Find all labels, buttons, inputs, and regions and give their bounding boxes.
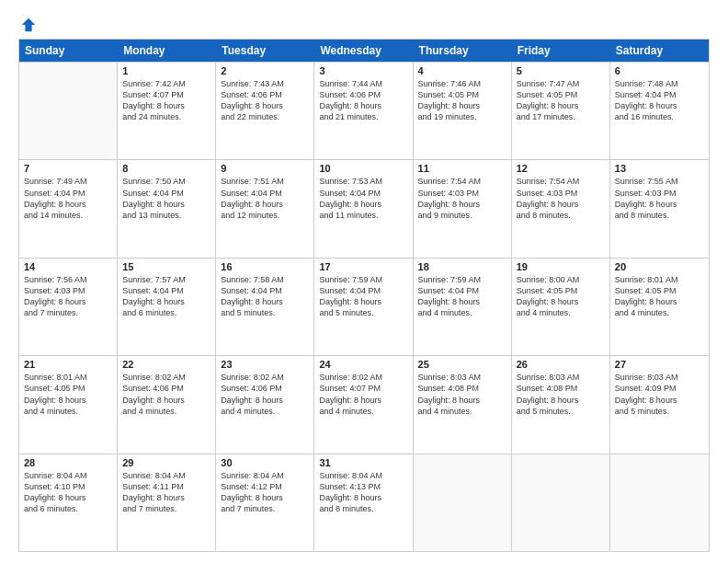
calendar-body: 1Sunrise: 7:42 AM Sunset: 4:07 PM Daylig… xyxy=(19,62,709,551)
day-cell-26: 26Sunrise: 8:03 AM Sunset: 4:08 PM Dayli… xyxy=(512,356,610,453)
day-cell-11: 11Sunrise: 7:54 AM Sunset: 4:03 PM Dayli… xyxy=(414,160,512,257)
cell-info: Sunrise: 7:49 AM Sunset: 4:04 PM Dayligh… xyxy=(24,176,112,221)
cell-info: Sunrise: 8:01 AM Sunset: 4:05 PM Dayligh… xyxy=(615,274,704,319)
day-number: 27 xyxy=(615,359,704,370)
day-cell-12: 12Sunrise: 7:54 AM Sunset: 4:03 PM Dayli… xyxy=(512,160,610,257)
page: SundayMondayTuesdayWednesdayThursdayFrid… xyxy=(0,0,728,563)
day-cell-2: 2Sunrise: 7:43 AM Sunset: 4:06 PM Daylig… xyxy=(216,63,314,159)
day-cell-4: 4Sunrise: 7:46 AM Sunset: 4:05 PM Daylig… xyxy=(414,63,512,159)
week-row-3: 21Sunrise: 8:01 AM Sunset: 4:05 PM Dayli… xyxy=(19,355,709,453)
day-number: 22 xyxy=(122,359,210,370)
header-day-wednesday: Wednesday xyxy=(314,40,413,62)
cell-info: Sunrise: 8:02 AM Sunset: 4:07 PM Dayligh… xyxy=(319,372,407,417)
cell-info: Sunrise: 8:01 AM Sunset: 4:05 PM Dayligh… xyxy=(24,372,112,417)
day-cell-17: 17Sunrise: 7:59 AM Sunset: 4:04 PM Dayli… xyxy=(314,259,413,355)
cell-info: Sunrise: 7:44 AM Sunset: 4:06 PM Dayligh… xyxy=(319,78,407,123)
day-cell-10: 10Sunrise: 7:53 AM Sunset: 4:04 PM Dayli… xyxy=(314,160,413,257)
day-cell-16: 16Sunrise: 7:58 AM Sunset: 4:04 PM Dayli… xyxy=(216,259,314,355)
day-number: 2 xyxy=(221,65,309,76)
header-day-saturday: Saturday xyxy=(610,40,709,62)
day-number: 6 xyxy=(615,65,704,76)
day-number: 24 xyxy=(319,359,407,370)
day-cell-6: 6Sunrise: 7:48 AM Sunset: 4:04 PM Daylig… xyxy=(610,63,709,159)
cell-info: Sunrise: 7:48 AM Sunset: 4:04 PM Dayligh… xyxy=(615,78,704,123)
header-day-sunday: Sunday xyxy=(19,40,118,62)
day-number: 16 xyxy=(221,261,309,272)
day-cell-15: 15Sunrise: 7:57 AM Sunset: 4:04 PM Dayli… xyxy=(118,259,216,355)
day-number: 23 xyxy=(221,359,309,370)
cell-info: Sunrise: 7:55 AM Sunset: 4:03 PM Dayligh… xyxy=(615,176,704,221)
empty-cell xyxy=(19,63,118,159)
calendar-header: SundayMondayTuesdayWednesdayThursdayFrid… xyxy=(19,40,709,62)
day-cell-25: 25Sunrise: 8:03 AM Sunset: 4:08 PM Dayli… xyxy=(414,356,512,453)
header-day-friday: Friday xyxy=(512,40,610,62)
day-number: 26 xyxy=(517,359,605,370)
day-number: 8 xyxy=(122,163,210,174)
day-cell-22: 22Sunrise: 8:02 AM Sunset: 4:06 PM Dayli… xyxy=(118,356,216,453)
cell-info: Sunrise: 7:50 AM Sunset: 4:04 PM Dayligh… xyxy=(122,176,210,221)
header-day-tuesday: Tuesday xyxy=(216,40,314,62)
day-cell-27: 27Sunrise: 8:03 AM Sunset: 4:09 PM Dayli… xyxy=(610,356,709,453)
day-cell-13: 13Sunrise: 7:55 AM Sunset: 4:03 PM Dayli… xyxy=(610,160,709,257)
day-number: 19 xyxy=(517,261,605,272)
day-cell-29: 29Sunrise: 8:04 AM Sunset: 4:11 PM Dayli… xyxy=(118,454,216,551)
day-cell-8: 8Sunrise: 7:50 AM Sunset: 4:04 PM Daylig… xyxy=(118,160,216,257)
header-day-monday: Monday xyxy=(118,40,216,62)
day-number: 1 xyxy=(122,65,210,76)
day-number: 15 xyxy=(122,261,210,272)
day-number: 14 xyxy=(24,261,112,272)
day-cell-28: 28Sunrise: 8:04 AM Sunset: 4:10 PM Dayli… xyxy=(19,454,118,551)
day-number: 20 xyxy=(615,261,704,272)
logo xyxy=(18,17,37,33)
header xyxy=(18,17,710,33)
calendar: SundayMondayTuesdayWednesdayThursdayFrid… xyxy=(18,39,710,552)
cell-info: Sunrise: 7:51 AM Sunset: 4:04 PM Dayligh… xyxy=(221,176,309,221)
day-number: 9 xyxy=(221,163,309,174)
day-cell-20: 20Sunrise: 8:01 AM Sunset: 4:05 PM Dayli… xyxy=(610,259,709,355)
day-number: 5 xyxy=(517,65,605,76)
day-cell-5: 5Sunrise: 7:47 AM Sunset: 4:05 PM Daylig… xyxy=(512,63,610,159)
svg-marker-0 xyxy=(22,18,35,31)
cell-info: Sunrise: 7:59 AM Sunset: 4:04 PM Dayligh… xyxy=(319,274,407,319)
week-row-2: 14Sunrise: 7:56 AM Sunset: 4:03 PM Dayli… xyxy=(19,258,709,355)
cell-info: Sunrise: 8:04 AM Sunset: 4:12 PM Dayligh… xyxy=(221,470,309,515)
day-cell-21: 21Sunrise: 8:01 AM Sunset: 4:05 PM Dayli… xyxy=(19,356,118,453)
day-cell-23: 23Sunrise: 8:02 AM Sunset: 4:06 PM Dayli… xyxy=(216,356,314,453)
cell-info: Sunrise: 7:43 AM Sunset: 4:06 PM Dayligh… xyxy=(221,78,309,123)
day-number: 18 xyxy=(418,261,506,272)
day-cell-14: 14Sunrise: 7:56 AM Sunset: 4:03 PM Dayli… xyxy=(19,259,118,355)
cell-info: Sunrise: 7:47 AM Sunset: 4:05 PM Dayligh… xyxy=(517,78,605,123)
day-number: 10 xyxy=(319,163,407,174)
cell-info: Sunrise: 8:03 AM Sunset: 4:08 PM Dayligh… xyxy=(418,372,506,417)
day-number: 13 xyxy=(615,163,704,174)
day-number: 29 xyxy=(122,457,210,468)
cell-info: Sunrise: 7:57 AM Sunset: 4:04 PM Dayligh… xyxy=(122,274,210,319)
day-number: 4 xyxy=(418,65,506,76)
header-day-thursday: Thursday xyxy=(414,40,512,62)
day-number: 7 xyxy=(24,163,112,174)
day-number: 17 xyxy=(319,261,407,272)
cell-info: Sunrise: 8:02 AM Sunset: 4:06 PM Dayligh… xyxy=(221,372,309,417)
day-number: 28 xyxy=(24,457,112,468)
cell-info: Sunrise: 7:58 AM Sunset: 4:04 PM Dayligh… xyxy=(221,274,309,319)
cell-info: Sunrise: 7:56 AM Sunset: 4:03 PM Dayligh… xyxy=(24,274,112,319)
cell-info: Sunrise: 8:04 AM Sunset: 4:11 PM Dayligh… xyxy=(122,470,210,515)
empty-cell xyxy=(512,454,610,551)
week-row-1: 7Sunrise: 7:49 AM Sunset: 4:04 PM Daylig… xyxy=(19,159,709,257)
day-cell-3: 3Sunrise: 7:44 AM Sunset: 4:06 PM Daylig… xyxy=(314,63,413,159)
day-number: 21 xyxy=(24,359,112,370)
cell-info: Sunrise: 8:04 AM Sunset: 4:10 PM Dayligh… xyxy=(24,470,112,515)
day-number: 11 xyxy=(418,163,506,174)
day-cell-19: 19Sunrise: 8:00 AM Sunset: 4:05 PM Dayli… xyxy=(512,259,610,355)
cell-info: Sunrise: 8:03 AM Sunset: 4:09 PM Dayligh… xyxy=(615,372,704,417)
day-number: 12 xyxy=(517,163,605,174)
cell-info: Sunrise: 7:54 AM Sunset: 4:03 PM Dayligh… xyxy=(418,176,506,221)
cell-info: Sunrise: 8:04 AM Sunset: 4:13 PM Dayligh… xyxy=(319,470,407,515)
cell-info: Sunrise: 7:42 AM Sunset: 4:07 PM Dayligh… xyxy=(122,78,210,123)
week-row-0: 1Sunrise: 7:42 AM Sunset: 4:07 PM Daylig… xyxy=(19,62,709,159)
day-number: 25 xyxy=(418,359,506,370)
week-row-4: 28Sunrise: 8:04 AM Sunset: 4:10 PM Dayli… xyxy=(19,454,709,551)
day-cell-7: 7Sunrise: 7:49 AM Sunset: 4:04 PM Daylig… xyxy=(19,160,118,257)
empty-cell xyxy=(610,454,709,551)
cell-info: Sunrise: 7:53 AM Sunset: 4:04 PM Dayligh… xyxy=(319,176,407,221)
